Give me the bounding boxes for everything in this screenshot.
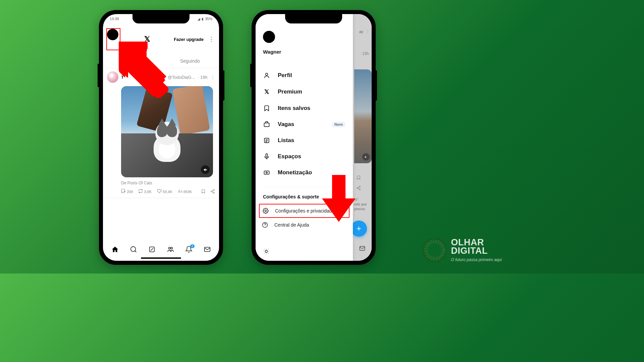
svg-point-28 (266, 172, 267, 173)
drawer-item-monetization[interactable]: Monetização (263, 165, 345, 181)
briefcase-icon (263, 121, 270, 128)
svg-point-0 (213, 189, 215, 191)
svg-rect-27 (264, 171, 269, 174)
drawer-item-spaces[interactable]: Espaços (263, 148, 345, 165)
x-logo-icon: 𝕏 (263, 88, 270, 96)
views-icon (178, 189, 182, 194)
tab-following[interactable]: Seguindo (161, 55, 219, 68)
paw-emoji-icon: 🐾 (160, 75, 165, 79)
drawer-item-bookmarks[interactable]: Itens salvos (263, 100, 345, 116)
chevron-up-icon: ︿ (341, 194, 345, 200)
share-icon[interactable] (210, 189, 215, 194)
svg-point-1 (211, 191, 212, 192)
upgrade-button[interactable]: Fazer upgrade (174, 37, 204, 42)
home-indicator (141, 257, 181, 259)
navigation-drawer: Wagner Perfil 𝕏 Premium (256, 14, 353, 261)
views-button[interactable]: 893K (178, 189, 192, 194)
phone-mockup-1: 13:38 ◢ ▮ 35% 𝕏 Fazer upgrade ⋮ (99, 10, 223, 265)
drawer-item-settings-privacy[interactable]: Configurações e privacidade (259, 204, 350, 218)
tweet-author-name-prefix: T (121, 75, 124, 80)
repost-icon (138, 189, 143, 194)
nav-home-icon[interactable] (111, 246, 119, 255)
monetization-icon (263, 169, 270, 176)
spaces-icon (263, 153, 270, 160)
like-button[interactable]: 59,4K (157, 189, 172, 194)
brand-tagline: O futuro passa primeiro aqui (451, 257, 502, 262)
nav-messages-icon[interactable] (204, 246, 211, 255)
signal-icon: ◢ (198, 17, 200, 21)
olhar-digital-logo: OLHAR DIGITAL O futuro passa primeiro aq… (423, 238, 502, 262)
brand-mark-icon (423, 238, 446, 262)
tweet-caption: De Posts Of Cats (121, 181, 215, 185)
tweet-author-avatar[interactable] (107, 71, 118, 83)
svg-point-2 (213, 192, 215, 193)
settings-support-section[interactable]: Configurações & suporte ︿ (256, 190, 353, 204)
theme-toggle-icon[interactable] (263, 248, 270, 256)
lists-icon (263, 137, 270, 144)
drawer-item-premium[interactable]: 𝕏 Premium (263, 83, 345, 100)
mute-icon[interactable] (201, 165, 210, 174)
profile-icon (263, 72, 270, 79)
profile-avatar-button[interactable] (107, 29, 118, 40)
repost-button[interactable]: 3,8K (138, 189, 152, 194)
svg-rect-25 (264, 123, 269, 127)
avatar-highlight-box (106, 28, 120, 50)
status-time: 13:38 (110, 17, 119, 21)
feed-tabs: P Seguindo (103, 55, 219, 68)
brand-name-line2: DIGITAL (451, 247, 502, 255)
heart-icon (157, 189, 162, 194)
nav-messages-icon[interactable] (359, 245, 366, 253)
drawer-avatar[interactable] (263, 31, 275, 43)
svg-point-34 (425, 240, 445, 260)
tweet-card[interactable]: T inhos 🐾 @TodoDiaG... · 19h ⋮ (103, 68, 219, 198)
nav-search-icon[interactable] (130, 246, 137, 255)
compose-fab[interactable]: + (351, 221, 367, 237)
drawer-item-lists[interactable]: Listas (263, 132, 345, 148)
nav-communities-icon[interactable] (167, 246, 174, 255)
tweet-time: · 19h (198, 75, 207, 80)
tweet-actions: 209 3,8K 59,4K (121, 189, 215, 194)
tweet-author-handle: @TodoDiaG... (168, 75, 195, 80)
bookmark-icon (263, 105, 270, 112)
reply-button[interactable]: 209 (121, 189, 133, 194)
phone-notch (285, 14, 342, 23)
phone-mockup-2: 13:38 ◢ ▮ 35% de ⋮ · 19h (252, 10, 376, 265)
help-icon (262, 222, 268, 228)
status-battery: 35% (205, 17, 212, 21)
tab-for-you[interactable]: P (103, 55, 161, 68)
svg-point-3 (130, 246, 136, 251)
svg-point-24 (266, 73, 268, 75)
drawer-item-help-center[interactable]: Central de Ajuda (256, 218, 353, 232)
x-logo-icon: 𝕏 (144, 35, 150, 44)
svg-point-5 (168, 247, 170, 249)
svg-point-29 (265, 210, 267, 212)
tweet-more-icon[interactable]: ⋮ (211, 75, 215, 80)
nav-notifications-icon[interactable]: 2 (185, 246, 193, 255)
tweet-author-name-suffix: inhos (146, 75, 158, 80)
nav-grok-icon[interactable] (148, 246, 156, 255)
bookmark-icon[interactable] (201, 189, 206, 194)
reply-icon (121, 189, 126, 194)
notification-badge: 2 (190, 244, 194, 248)
svg-point-6 (170, 247, 172, 249)
phone-notch (132, 14, 190, 23)
more-options-icon[interactable]: ⋮ (207, 36, 216, 43)
drawer-item-profile[interactable]: Perfil (263, 67, 345, 83)
new-badge: Novo (332, 122, 345, 127)
drawer-item-jobs[interactable]: Vagas Novo (263, 116, 345, 132)
svg-point-36 (428, 243, 441, 257)
gear-icon (262, 208, 269, 214)
tweet-media[interactable] (121, 86, 213, 177)
svg-point-31 (265, 250, 268, 253)
battery-icon: ▮ (202, 17, 204, 21)
drawer-username: Wagner (263, 49, 345, 55)
divider (263, 187, 345, 187)
